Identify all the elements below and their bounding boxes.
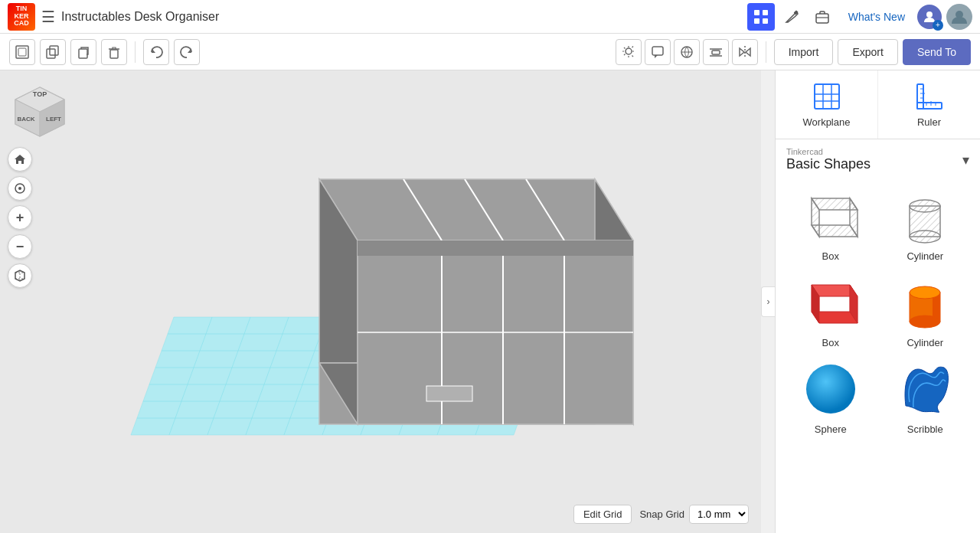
align-icon (709, 45, 723, 59)
right-panel: Workplane Ruler (775, 70, 980, 533)
comment-button[interactable] (645, 39, 671, 65)
redo-icon (180, 45, 194, 59)
svg-point-7 (926, 11, 933, 18)
avatar[interactable] (946, 4, 972, 30)
wireframe-cyl-preview (887, 185, 963, 246)
svg-rect-24 (712, 51, 720, 54)
svg-rect-19 (652, 47, 663, 55)
svg-rect-11 (47, 49, 55, 58)
ruler-label: Ruler (917, 116, 941, 128)
add-user-button[interactable]: + (917, 5, 942, 29)
tinkercad-logo: TINKERCAD (8, 3, 35, 31)
solid-red-box-svg (796, 273, 865, 331)
svg-rect-74 (917, 84, 923, 109)
transform-button[interactable] (674, 39, 700, 65)
mirror-icon (738, 45, 752, 59)
svg-rect-75 (917, 103, 942, 109)
wireframe-box-label: Box (822, 250, 839, 262)
svg-point-99 (910, 286, 940, 299)
project-title: Instructables Desk Organiser (61, 10, 741, 24)
scribble-label: Scribble (907, 423, 943, 435)
collapse-panel-button[interactable]: › (761, 286, 775, 317)
shape-item-wireframe-cyl[interactable]: Cylinder (883, 185, 969, 262)
shape-item-solid-red-box[interactable]: Box (788, 271, 874, 348)
shape-item-solid-blue-sphere[interactable]: Sphere (788, 358, 874, 435)
grid-icon (753, 9, 769, 25)
toolbar: Import Export Send To (0, 34, 980, 70)
solid-orange-cyl-label: Cylinder (906, 337, 943, 348)
bottom-controls: Edit Grid Snap Grid 1.0 mm 0.5 mm 2.0 mm (573, 505, 749, 524)
wireframe-cyl-svg (890, 187, 959, 244)
svg-point-18 (626, 48, 632, 54)
svg-rect-12 (50, 46, 58, 55)
edit-grid-button[interactable]: Edit Grid (573, 505, 632, 524)
briefcase-icon (815, 9, 830, 25)
workplane-tool[interactable]: Workplane (776, 70, 878, 139)
shapes-grid: Box (776, 177, 980, 443)
shape-item-wireframe-box[interactable]: Box (788, 185, 874, 262)
ruler-tool[interactable]: Ruler (878, 70, 980, 139)
solid-red-box-preview (792, 271, 869, 332)
menu-icon[interactable]: ☰ (41, 8, 55, 26)
redo-button[interactable] (174, 39, 200, 65)
category-name: Basic Shapes (786, 156, 871, 172)
3d-scene-svg (113, 110, 648, 493)
delete-icon (107, 45, 121, 59)
avatar-icon (951, 8, 968, 25)
snap-grid-label: Snap Grid (639, 508, 684, 520)
user-area: + (917, 4, 972, 30)
copy-button[interactable] (70, 39, 96, 65)
solid-orange-cyl-svg (890, 273, 959, 331)
nav-icon-group (747, 3, 836, 31)
toolbar-separator-1 (135, 41, 136, 63)
mirror-button[interactable] (732, 39, 758, 65)
whats-new-link[interactable]: What's New (842, 8, 911, 26)
solid-blue-sphere-label: Sphere (815, 423, 847, 435)
ruler-icon (914, 81, 945, 112)
workplane-label: Workplane (803, 116, 851, 128)
svg-rect-14 (110, 50, 118, 58)
solid-orange-cyl-preview (887, 271, 963, 332)
category-brand: Tinkercad (786, 147, 871, 156)
shape-item-scribble[interactable]: Scribble (883, 358, 969, 435)
frame-icon (15, 45, 29, 59)
edit-view-button[interactable] (778, 3, 805, 31)
svg-rect-9 (16, 46, 28, 58)
top-navigation: TINKERCAD ☰ Instructables Desk Organiser (0, 0, 980, 34)
category-chevron-icon[interactable]: ▾ (962, 152, 969, 168)
svg-rect-69 (815, 84, 839, 109)
align-button[interactable] (703, 39, 729, 65)
frame-button[interactable] (9, 39, 35, 65)
projects-button[interactable] (808, 3, 836, 31)
delete-button[interactable] (101, 39, 127, 65)
3d-model-area (0, 70, 761, 533)
hammer-icon (784, 9, 799, 25)
undo-button[interactable] (143, 39, 169, 65)
snap-value-select[interactable]: 1.0 mm 0.5 mm 2.0 mm (689, 505, 749, 524)
import-button[interactable]: Import (774, 39, 834, 65)
svg-point-100 (910, 316, 940, 328)
comment-icon (651, 45, 665, 59)
solid-blue-sphere-svg (796, 360, 865, 417)
svg-point-90 (910, 231, 940, 243)
send-to-button[interactable]: Send To (903, 39, 971, 65)
svg-rect-10 (18, 48, 26, 56)
category-selector[interactable]: Tinkercad Basic Shapes ▾ (776, 139, 980, 177)
viewport[interactable]: TOP BACK LEFT + − (0, 70, 761, 533)
workplane-icon (812, 81, 842, 112)
transform-icon (680, 45, 694, 59)
wireframe-box-svg (796, 187, 865, 244)
shape-item-solid-orange-cyl[interactable]: Cylinder (883, 271, 969, 348)
copy-icon (77, 45, 90, 59)
svg-rect-5 (816, 14, 828, 23)
wireframe-cyl-label: Cylinder (906, 250, 943, 262)
light-icon (622, 45, 635, 59)
toolbar-separator-2 (766, 41, 766, 63)
light-button[interactable] (616, 39, 642, 65)
export-button[interactable]: Export (838, 39, 897, 65)
copy-all-button[interactable] (40, 39, 66, 65)
copy-all-icon (46, 45, 60, 59)
solid-blue-sphere-preview (792, 358, 869, 419)
svg-point-89 (910, 200, 940, 212)
grid-view-button[interactable] (747, 3, 775, 31)
